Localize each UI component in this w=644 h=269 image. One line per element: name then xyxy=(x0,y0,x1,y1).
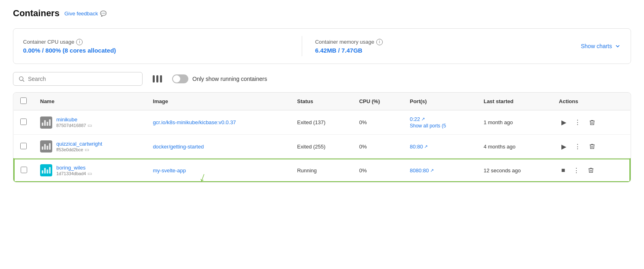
last-started-value: 4 months ago xyxy=(484,144,516,150)
external-link-icon: ↗ xyxy=(421,116,425,122)
status-text: Running xyxy=(297,167,316,174)
row-checkbox[interactable] xyxy=(20,119,27,125)
container-name-info: boring_wiles 1d71334dbad4 ▭ xyxy=(56,165,92,176)
cpu-value: 0% xyxy=(359,144,367,150)
container-name-info: minikube 87507d416887 ▭ xyxy=(56,116,92,128)
status-text: Exited (137) xyxy=(297,119,325,125)
start-button[interactable]: ▶ xyxy=(559,117,569,128)
show-charts-button[interactable]: Show charts xyxy=(581,43,621,49)
containers-table: Name Image Status CPU (%) Port(s) Last s… xyxy=(13,92,631,182)
row-checkbox-cell xyxy=(14,135,34,159)
row-checkbox[interactable] xyxy=(20,143,27,149)
col-cpu: CPU (%) xyxy=(353,93,403,110)
feedback-label: Give feedback xyxy=(64,11,98,17)
delete-button[interactable] xyxy=(586,142,598,151)
stats-bar: Container CPU usage i 0.00% / 800% (8 co… xyxy=(13,28,631,64)
container-name-info: quizzical_cartwright ff53e0dd2bce ▭ xyxy=(56,141,102,153)
cpu-cell: 0% xyxy=(353,135,403,159)
actions-cell: ■ ⋮ xyxy=(552,159,630,182)
row-checkbox-cell xyxy=(14,110,34,135)
svg-line-1 xyxy=(23,80,24,82)
stop-button[interactable]: ■ xyxy=(559,165,568,176)
toolbar: Only show running containers xyxy=(13,72,631,86)
cpu-label: Container CPU usage i xyxy=(23,39,289,45)
delete-button[interactable] xyxy=(585,165,597,175)
stat-divider xyxy=(302,36,302,56)
memory-label: Container memory usage i xyxy=(315,39,581,45)
running-toggle[interactable] xyxy=(172,74,188,83)
cpu-stat: Container CPU usage i 0.00% / 800% (8 co… xyxy=(23,39,289,54)
last-started-value: 1 month ago xyxy=(484,119,513,125)
copy-id-icon[interactable]: ▭ xyxy=(85,147,89,153)
search-icon xyxy=(18,76,25,82)
image-link[interactable]: gcr.io/k8s-minikube/kicbase:v0.0.37 xyxy=(153,119,236,125)
status-cell: Running xyxy=(290,159,352,182)
copy-id-icon[interactable]: ▭ xyxy=(87,171,92,176)
delete-button[interactable] xyxy=(586,118,598,127)
last-started-cell: 1 month ago xyxy=(477,110,552,135)
container-name-link[interactable]: minikube xyxy=(56,116,77,123)
cpu-value: 0.00% / 800% (8 cores allocated) xyxy=(23,47,289,54)
row-checkbox[interactable] xyxy=(21,167,27,173)
container-id: ff53e0dd2bce ▭ xyxy=(56,147,102,153)
start-button[interactable]: ▶ xyxy=(559,141,569,152)
chevron-down-icon xyxy=(614,43,621,49)
col-status: Status xyxy=(290,93,352,110)
table-row: quizzical_cartwright ff53e0dd2bce ▭ dock… xyxy=(14,135,630,159)
port-link[interactable]: 8080:80 ↗ xyxy=(410,167,471,174)
more-options-button[interactable]: ⋮ xyxy=(571,165,582,176)
feedback-icon: 💬 xyxy=(100,11,107,17)
memory-value: 6.42MB / 7.47GB xyxy=(315,47,581,54)
table-row: boring_wiles 1d71334dbad4 ▭ my-svelte-ap… xyxy=(14,159,630,182)
name-cell: quizzical_cartwright ff53e0dd2bce ▭ xyxy=(34,135,146,159)
feedback-link[interactable]: Give feedback 💬 xyxy=(64,11,107,17)
last-started-value: 12 seconds ago xyxy=(484,167,521,174)
image-cell: docker/getting-started xyxy=(146,135,290,159)
cpu-info-icon[interactable]: i xyxy=(76,39,83,45)
memory-info-icon[interactable]: i xyxy=(376,39,383,45)
trash-icon xyxy=(589,143,595,150)
status-cell: Exited (137) xyxy=(290,110,352,135)
port-link[interactable]: 80:80 ↗ xyxy=(410,144,471,150)
col-image: Image xyxy=(146,93,290,110)
cpu-cell: 0% xyxy=(353,159,403,182)
last-started-cell: 4 months ago xyxy=(477,135,552,159)
name-cell: minikube 87507d416887 ▭ xyxy=(34,110,146,135)
port-link[interactable]: 0:22 ↗ xyxy=(410,116,471,122)
image-link[interactable]: my-svelte-app xyxy=(153,167,186,174)
cpu-value: 0% xyxy=(359,119,367,125)
search-input[interactable] xyxy=(28,76,137,82)
more-options-button[interactable]: ⋮ xyxy=(572,117,583,128)
container-id: 87507d416887 ▭ xyxy=(56,123,92,128)
col-checkbox xyxy=(14,93,34,110)
container-name-link[interactable]: boring_wiles xyxy=(56,165,85,171)
memory-stat: Container memory usage i 6.42MB / 7.47GB xyxy=(315,39,581,54)
table-row: minikube 87507d416887 ▭ gcr.io/k8s-minik… xyxy=(14,110,630,135)
col-ports: Port(s) xyxy=(403,93,477,110)
name-cell: boring_wiles 1d71334dbad4 ▭ xyxy=(34,159,146,182)
image-link[interactable]: docker/getting-started xyxy=(153,144,204,150)
page-title: Containers xyxy=(13,8,60,19)
more-options-button[interactable]: ⋮ xyxy=(572,141,583,152)
external-link-icon: ↗ xyxy=(430,168,434,173)
show-all-ports-link[interactable]: Show all ports (5 xyxy=(410,123,471,129)
col-last-started: Last started xyxy=(477,93,552,110)
port-cell: 0:22 ↗ Show all ports (5 xyxy=(403,110,477,135)
actions-cell: ▶ ⋮ xyxy=(552,110,630,135)
container-name-link[interactable]: quizzical_cartwright xyxy=(56,141,102,147)
select-all-checkbox[interactable] xyxy=(20,97,27,104)
col-actions: Actions xyxy=(552,93,630,110)
port-cell: 8080:80 ↗ xyxy=(403,159,477,182)
container-icon xyxy=(40,140,52,153)
toggle-label: Only show running containers xyxy=(192,76,267,82)
trash-icon xyxy=(588,167,594,174)
last-started-cell: 12 seconds ago xyxy=(477,159,552,182)
col-name: Name xyxy=(34,93,146,110)
trash-icon xyxy=(589,119,595,126)
image-cell: gcr.io/k8s-minikube/kicbase:v0.0.37 xyxy=(146,110,290,135)
table-header-row: Name Image Status CPU (%) Port(s) Last s… xyxy=(14,93,630,110)
cpu-value: 0% xyxy=(359,167,367,174)
copy-id-icon[interactable]: ▭ xyxy=(87,123,92,128)
grid-view-button[interactable] xyxy=(149,73,166,85)
image-cell: my-svelte-app xyxy=(146,159,290,182)
